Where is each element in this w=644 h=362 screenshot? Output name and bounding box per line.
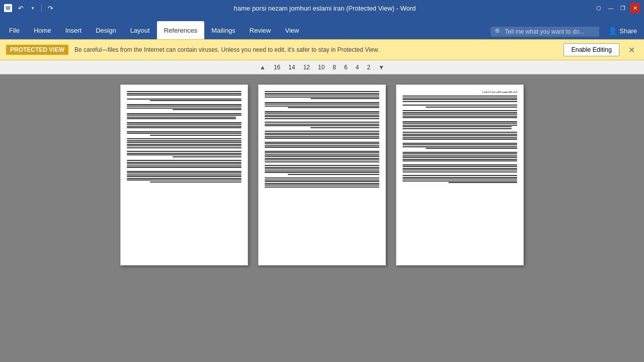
zoom-up-arrow[interactable]: ▲ [258,63,268,72]
text-line [265,102,379,103]
text-line [127,122,242,123]
text-line [403,171,517,172]
text-gap [127,129,242,131]
text-line [403,144,517,145]
text-line [265,118,379,119]
zoom-level-8[interactable]: 8 [331,63,338,71]
tab-insert[interactable]: Insert [58,21,89,39]
ribbon-display-button[interactable]: ⬡ [594,3,604,13]
page-3-title: نامه‌ی نظام جمهوری اسلامی ایران ( بازنگر… [403,91,517,93]
text-line [127,147,242,148]
text-line [265,154,379,155]
text-line [403,123,517,124]
ribbon: File Home Insert Design Layout Reference… [0,16,644,39]
page-1-content [127,91,242,259]
tab-mailings[interactable]: Mailings [204,21,243,39]
redo-button[interactable]: ↷ [45,3,56,14]
text-line [265,151,379,152]
text-gap [127,111,242,113]
text-line [127,95,242,96]
tab-design[interactable]: Design [89,21,123,39]
text-line [265,172,379,173]
text-line [403,146,517,147]
text-line [403,99,517,100]
text-gap [127,120,242,122]
text-line [265,111,379,112]
text-line [127,140,242,141]
text-line [127,133,242,134]
text-line [265,161,379,162]
text-line [127,163,242,164]
text-line [403,137,517,138]
text-line [265,168,379,169]
quick-access-toolbar: ↶ ▼ ↷ [15,3,56,14]
text-line [403,126,512,127]
text-line [127,99,242,100]
search-input[interactable] [505,28,595,35]
tab-home[interactable]: Home [27,21,58,39]
text-line [403,153,517,154]
text-gap [403,150,517,152]
text-line [127,144,242,145]
close-protected-bar-button[interactable]: ✕ [625,44,638,56]
text-line [127,117,236,118]
text-line [265,183,379,184]
text-line [127,178,242,179]
text-line [265,124,379,125]
restore-button[interactable]: ❐ [618,3,628,13]
text-line [288,107,379,108]
undo-button[interactable]: ↶ [15,3,26,14]
text-line [127,108,242,109]
zoom-down-arrow[interactable]: ▼ [376,63,386,72]
text-line [403,96,517,97]
text-line [403,164,517,165]
separator [41,4,42,12]
tab-review[interactable]: Review [243,21,278,39]
text-line [403,139,517,140]
zoom-level-2[interactable]: 2 [365,63,372,71]
text-line [127,93,242,94]
text-line [127,162,242,163]
text-line [426,107,517,108]
text-line [403,177,517,178]
zoom-level-16[interactable]: 16 [272,63,282,71]
tab-view[interactable]: View [278,21,306,39]
tab-references[interactable]: References [157,21,204,39]
zoom-level-4[interactable]: 4 [354,63,361,71]
zoom-level-6[interactable]: 6 [342,63,350,71]
text-line [265,106,379,107]
tab-file[interactable]: File [2,21,27,39]
zoom-level-14[interactable]: 14 [286,63,297,71]
text-line [403,128,512,129]
text-line [448,182,517,183]
text-line [403,121,517,122]
text-line [265,177,379,178]
ribbon-search-box[interactable]: 🔍 [491,27,599,37]
text-line [127,160,242,161]
text-line [127,91,242,92]
text-gap [265,149,379,151]
text-gap [127,97,242,99]
title-bar-controls: ⬡ — ❐ ✕ [594,3,640,13]
text-line [127,126,242,127]
text-line [403,101,517,102]
text-line [127,172,242,173]
zoom-bar: ▲ 16 14 12 10 8 6 4 2 ▼ [0,60,644,74]
text-line [127,154,242,155]
text-line [403,157,517,158]
zoom-level-12[interactable]: 12 [301,63,312,71]
enable-editing-button[interactable]: Enable Editing [564,43,619,56]
zoom-level-10[interactable]: 10 [316,63,327,71]
minimize-button[interactable]: — [606,3,616,13]
text-line [403,135,517,136]
close-button[interactable]: ✕ [630,3,640,13]
share-button[interactable]: 👤 Share [603,25,642,37]
undo-dropdown-button[interactable]: ▼ [27,3,38,14]
word-icon: W [4,4,12,12]
text-line [403,112,517,113]
text-line [127,113,242,114]
text-line [403,166,517,167]
page-2-content [265,91,379,259]
text-line [150,182,242,183]
tab-layout[interactable]: Layout [123,21,157,39]
